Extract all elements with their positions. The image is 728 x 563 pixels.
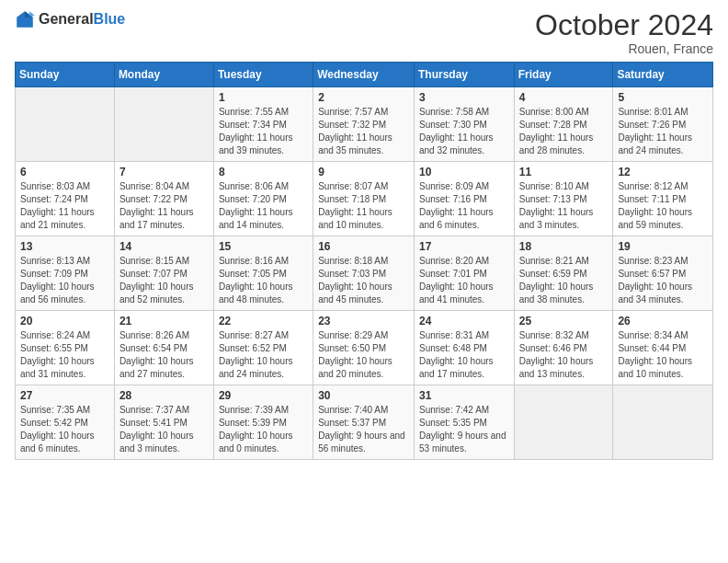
- logo-icon: [15, 9, 35, 29]
- day-info: Sunrise: 8:21 AMSunset: 6:59 PMDaylight:…: [519, 255, 609, 306]
- header-wednesday: Wednesday: [313, 63, 415, 87]
- day-info: Sunrise: 7:55 AMSunset: 7:34 PMDaylight:…: [219, 106, 308, 157]
- day-number: 26: [618, 315, 708, 327]
- day-info: Sunrise: 7:40 AMSunset: 5:37 PMDaylight:…: [318, 404, 409, 455]
- header-monday: Monday: [114, 63, 213, 87]
- day-number: 9: [318, 166, 409, 178]
- table-row: 28Sunrise: 7:37 AMSunset: 5:41 PMDayligh…: [114, 385, 213, 460]
- day-info: Sunrise: 7:58 AMSunset: 7:30 PMDaylight:…: [419, 106, 509, 157]
- table-row: 5Sunrise: 8:01 AMSunset: 7:26 PMDaylight…: [613, 87, 713, 162]
- week-row-3: 13Sunrise: 8:13 AMSunset: 7:09 PMDayligh…: [16, 236, 713, 311]
- day-number: 13: [20, 240, 109, 253]
- table-row: 25Sunrise: 8:32 AMSunset: 6:46 PMDayligh…: [514, 311, 613, 385]
- logo: General Blue: [15, 9, 125, 29]
- day-number: 2: [318, 91, 409, 104]
- title-section: October 2024 Rouen, France: [535, 9, 713, 56]
- day-info: Sunrise: 8:31 AMSunset: 6:48 PMDaylight:…: [419, 329, 509, 381]
- table-row: 22Sunrise: 8:27 AMSunset: 6:52 PMDayligh…: [213, 311, 313, 385]
- day-number: 29: [219, 389, 308, 402]
- header-thursday: Thursday: [414, 63, 514, 87]
- day-number: 17: [419, 240, 509, 253]
- day-number: 10: [419, 166, 509, 178]
- day-number: 23: [318, 315, 409, 327]
- table-row: 24Sunrise: 8:31 AMSunset: 6:48 PMDayligh…: [414, 311, 514, 385]
- table-row: 18Sunrise: 8:21 AMSunset: 6:59 PMDayligh…: [514, 236, 613, 311]
- day-info: Sunrise: 8:27 AMSunset: 6:52 PMDaylight:…: [219, 329, 308, 381]
- day-number: 22: [219, 315, 308, 327]
- table-row: [16, 87, 115, 162]
- day-info: Sunrise: 8:09 AMSunset: 7:16 PMDaylight:…: [419, 180, 509, 232]
- day-info: Sunrise: 8:23 AMSunset: 6:57 PMDaylight:…: [618, 255, 708, 306]
- day-info: Sunrise: 8:15 AMSunset: 7:07 PMDaylight:…: [119, 255, 209, 306]
- day-info: Sunrise: 7:37 AMSunset: 5:41 PMDaylight:…: [119, 404, 209, 455]
- day-number: 11: [519, 166, 609, 178]
- day-info: Sunrise: 7:57 AMSunset: 7:32 PMDaylight:…: [318, 106, 409, 157]
- day-info: Sunrise: 8:32 AMSunset: 6:46 PMDaylight:…: [519, 329, 609, 381]
- table-row: 2Sunrise: 7:57 AMSunset: 7:32 PMDaylight…: [313, 87, 415, 162]
- month-title: October 2024: [535, 9, 713, 41]
- day-number: 19: [618, 240, 708, 253]
- day-number: 31: [419, 389, 509, 402]
- day-number: 4: [519, 91, 609, 104]
- day-number: 20: [20, 315, 109, 327]
- table-row: 13Sunrise: 8:13 AMSunset: 7:09 PMDayligh…: [16, 236, 115, 311]
- week-row-5: 27Sunrise: 7:35 AMSunset: 5:42 PMDayligh…: [16, 385, 713, 460]
- day-info: Sunrise: 8:01 AMSunset: 7:26 PMDaylight:…: [618, 106, 708, 157]
- day-info: Sunrise: 8:18 AMSunset: 7:03 PMDaylight:…: [318, 255, 409, 306]
- table-row: 31Sunrise: 7:42 AMSunset: 5:35 PMDayligh…: [414, 385, 514, 460]
- location-subtitle: Rouen, France: [535, 41, 713, 56]
- table-row: 1Sunrise: 7:55 AMSunset: 7:34 PMDaylight…: [213, 87, 313, 162]
- table-row: [514, 385, 613, 460]
- table-row: 11Sunrise: 8:10 AMSunset: 7:13 PMDayligh…: [514, 162, 613, 236]
- day-info: Sunrise: 8:13 AMSunset: 7:09 PMDaylight:…: [20, 255, 109, 306]
- day-info: Sunrise: 8:34 AMSunset: 6:44 PMDaylight:…: [618, 329, 708, 381]
- table-row: 29Sunrise: 7:39 AMSunset: 5:39 PMDayligh…: [213, 385, 313, 460]
- logo-blue: Blue: [94, 11, 126, 28]
- day-info: Sunrise: 8:04 AMSunset: 7:22 PMDaylight:…: [119, 180, 209, 232]
- day-number: 24: [419, 315, 509, 327]
- day-number: 16: [318, 240, 409, 253]
- day-number: 14: [119, 240, 209, 253]
- table-row: 20Sunrise: 8:24 AMSunset: 6:55 PMDayligh…: [16, 311, 115, 385]
- day-number: 21: [119, 315, 209, 327]
- day-number: 6: [20, 166, 109, 178]
- day-info: Sunrise: 8:06 AMSunset: 7:20 PMDaylight:…: [219, 180, 308, 232]
- day-number: 7: [119, 166, 209, 178]
- logo-text: General Blue: [39, 11, 125, 28]
- table-row: [613, 385, 713, 460]
- table-row: 26Sunrise: 8:34 AMSunset: 6:44 PMDayligh…: [613, 311, 713, 385]
- page-header: General Blue October 2024 Rouen, France: [15, 9, 713, 56]
- table-row: 17Sunrise: 8:20 AMSunset: 7:01 PMDayligh…: [414, 236, 514, 311]
- day-info: Sunrise: 8:26 AMSunset: 6:54 PMDaylight:…: [119, 329, 209, 381]
- header-friday: Friday: [514, 63, 613, 87]
- week-row-1: 1Sunrise: 7:55 AMSunset: 7:34 PMDaylight…: [16, 87, 713, 162]
- table-row: 10Sunrise: 8:09 AMSunset: 7:16 PMDayligh…: [414, 162, 514, 236]
- day-info: Sunrise: 7:39 AMSunset: 5:39 PMDaylight:…: [219, 404, 308, 455]
- day-info: Sunrise: 8:16 AMSunset: 7:05 PMDaylight:…: [219, 255, 308, 306]
- day-number: 12: [618, 166, 708, 178]
- table-row: 14Sunrise: 8:15 AMSunset: 7:07 PMDayligh…: [114, 236, 213, 311]
- table-row: 16Sunrise: 8:18 AMSunset: 7:03 PMDayligh…: [313, 236, 415, 311]
- table-row: 8Sunrise: 8:06 AMSunset: 7:20 PMDaylight…: [213, 162, 313, 236]
- header-sunday: Sunday: [16, 63, 115, 87]
- header-tuesday: Tuesday: [213, 63, 313, 87]
- table-row: 30Sunrise: 7:40 AMSunset: 5:37 PMDayligh…: [313, 385, 415, 460]
- day-info: Sunrise: 8:29 AMSunset: 6:50 PMDaylight:…: [318, 329, 409, 381]
- day-number: 18: [519, 240, 609, 253]
- table-row: 4Sunrise: 8:00 AMSunset: 7:28 PMDaylight…: [514, 87, 613, 162]
- table-row: 27Sunrise: 7:35 AMSunset: 5:42 PMDayligh…: [16, 385, 115, 460]
- table-row: 9Sunrise: 8:07 AMSunset: 7:18 PMDaylight…: [313, 162, 415, 236]
- calendar-table: Sunday Monday Tuesday Wednesday Thursday…: [15, 62, 713, 460]
- day-number: 25: [519, 315, 609, 327]
- day-info: Sunrise: 8:10 AMSunset: 7:13 PMDaylight:…: [519, 180, 609, 232]
- week-row-4: 20Sunrise: 8:24 AMSunset: 6:55 PMDayligh…: [16, 311, 713, 385]
- table-row: 23Sunrise: 8:29 AMSunset: 6:50 PMDayligh…: [313, 311, 415, 385]
- table-row: 15Sunrise: 8:16 AMSunset: 7:05 PMDayligh…: [213, 236, 313, 311]
- day-number: 8: [219, 166, 308, 178]
- day-info: Sunrise: 8:07 AMSunset: 7:18 PMDaylight:…: [318, 180, 409, 232]
- table-row: 12Sunrise: 8:12 AMSunset: 7:11 PMDayligh…: [613, 162, 713, 236]
- day-info: Sunrise: 8:24 AMSunset: 6:55 PMDaylight:…: [20, 329, 109, 381]
- weekday-header-row: Sunday Monday Tuesday Wednesday Thursday…: [16, 63, 713, 87]
- day-number: 15: [219, 240, 308, 253]
- day-number: 5: [618, 91, 708, 104]
